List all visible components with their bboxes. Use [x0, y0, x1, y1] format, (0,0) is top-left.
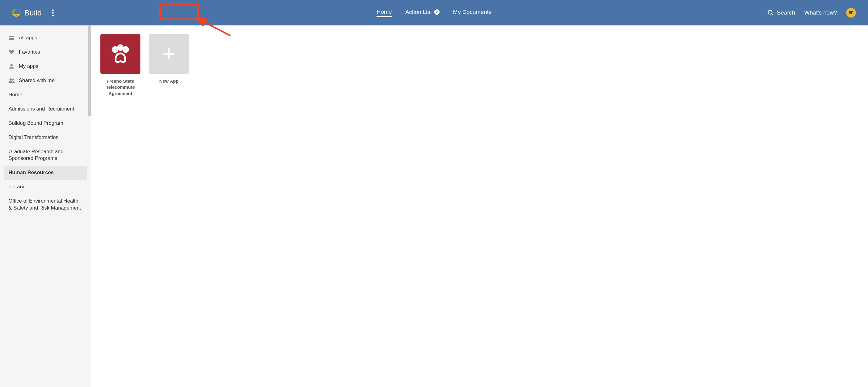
app-grid: Fresno State Telecommute Agreement New A… [100, 34, 859, 97]
sidebar-favorites[interactable]: Favorites [4, 45, 87, 59]
svg-marker-2 [13, 14, 20, 16]
sidebar-category-label: Graduate Research and Sponsored Programs [8, 148, 83, 162]
nav-my-documents[interactable]: My Documents [453, 9, 492, 16]
sidebar-category-label: Human Resources [8, 169, 54, 176]
header-right-actions: Search What's new? EP [767, 8, 856, 17]
sidebar-favorites-label: Favorites [19, 49, 40, 56]
app-label-new: New App [149, 78, 189, 84]
sidebar-category-graduate-research-and-sponsored-programs[interactable]: Graduate Research and Sponsored Programs [4, 145, 87, 166]
sidebar-category-label: Library [8, 183, 24, 190]
svg-rect-6 [9, 36, 14, 37]
sidebar-category-home[interactable]: Home [4, 88, 87, 102]
sidebar-category-label: Office of Environmental Health & Safety … [8, 198, 83, 212]
main-content: Fresno State Telecommute Agreement New A… [91, 26, 868, 387]
app-tile-new [149, 34, 189, 74]
sidebar-category-label: Admissions and Recruitment [8, 106, 74, 113]
svg-marker-1 [17, 9, 20, 14]
sidebar: All apps Favorites My apps Shared with m… [0, 26, 91, 387]
search-button[interactable]: Search [767, 9, 795, 16]
nav-home-label: Home [376, 8, 392, 15]
user-avatar[interactable]: EP [846, 8, 856, 17]
heart-icon [8, 49, 14, 55]
svg-point-8 [10, 64, 13, 67]
kebab-menu-icon[interactable] [50, 7, 56, 18]
sidebar-shared-label: Shared with me [19, 77, 55, 84]
top-header: Build Home Action List 2 My Documents Se… [0, 0, 868, 26]
svg-line-4 [772, 13, 773, 15]
nav-action-list[interactable]: Action List 2 [405, 9, 440, 16]
app-tile-fresno [100, 34, 141, 74]
search-label: Search [777, 9, 795, 16]
app-label-fresno: Fresno State Telecommute Agreement [100, 78, 141, 97]
search-icon [767, 9, 774, 16]
svg-rect-7 [9, 38, 14, 40]
sidebar-category-label: Bulldog Bound Program [8, 120, 63, 127]
sidebar-category-library[interactable]: Library [4, 180, 87, 194]
sidebar-category-bulldog-bound-program[interactable]: Bulldog Bound Program [4, 116, 87, 131]
sidebar-category-digital-transformation[interactable]: Digital Transformation [4, 131, 87, 145]
sidebar-category-admissions-and-recruitment[interactable]: Admissions and Recruitment [4, 102, 87, 116]
paw-icon [108, 42, 132, 66]
sidebar-all-apps-label: All apps [19, 35, 37, 41]
nav-my-documents-label: My Documents [453, 9, 492, 15]
sidebar-category-office-of-environmental-health-safety-and-risk-management[interactable]: Office of Environmental Health & Safety … [4, 194, 87, 215]
sidebar-category-human-resources[interactable]: Human Resources [4, 166, 87, 180]
sidebar-my-apps[interactable]: My apps [4, 59, 87, 74]
svg-point-10 [12, 79, 14, 81]
svg-point-16 [125, 49, 126, 50]
nav-action-list-label: Action List [405, 9, 432, 15]
brand-name: Build [24, 8, 42, 17]
nav-home[interactable]: Home [376, 8, 392, 17]
brand-logo[interactable]: Build [12, 8, 42, 17]
sidebar-scrollbar[interactable] [88, 26, 91, 116]
app-card-new[interactable]: New App [149, 34, 189, 84]
sidebar-category-label: Digital Transformation [8, 134, 59, 141]
whats-new-link[interactable]: What's new? [804, 9, 837, 16]
people-icon [8, 77, 14, 83]
svg-point-3 [768, 10, 772, 14]
svg-point-14 [114, 49, 116, 50]
plus-icon [162, 47, 176, 61]
svg-point-9 [10, 78, 12, 80]
person-icon [8, 63, 14, 69]
sidebar-all-apps[interactable]: All apps [4, 31, 87, 45]
svg-point-15 [120, 47, 121, 48]
primary-nav: Home Action List 2 My Documents [376, 8, 491, 17]
logo-hexagon-icon [12, 8, 21, 17]
action-list-badge: 2 [434, 9, 440, 15]
sidebar-category-label: Home [8, 92, 22, 98]
grid-icon [8, 35, 14, 41]
sidebar-shared-with-me[interactable]: Shared with me [4, 74, 87, 88]
sidebar-my-apps-label: My apps [19, 63, 38, 70]
app-card-fresno[interactable]: Fresno State Telecommute Agreement [100, 34, 141, 97]
